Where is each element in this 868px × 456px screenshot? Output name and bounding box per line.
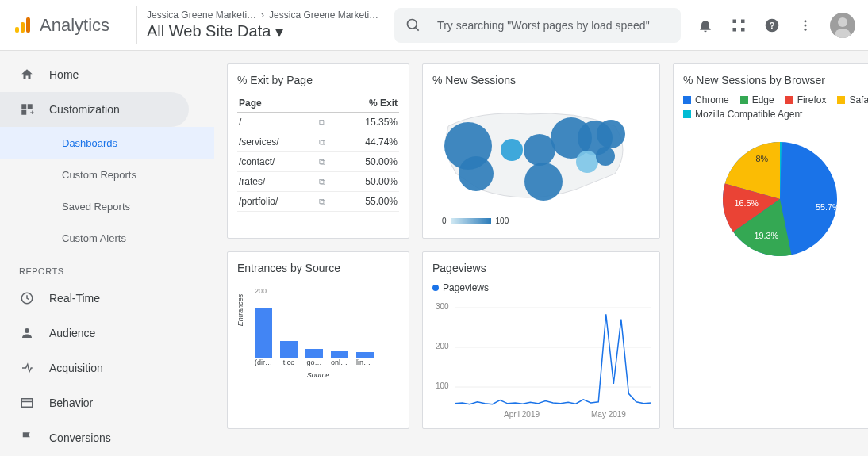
- sidebar-item-behavior[interactable]: Behavior: [0, 385, 214, 420]
- more-vert-icon[interactable]: [797, 17, 814, 34]
- view-name: All Web Site Data: [147, 22, 271, 40]
- table-row[interactable]: /services/⧉44.74%: [237, 132, 399, 152]
- logo-area[interactable]: Analytics: [13, 15, 136, 36]
- sidebar-item-label: Home: [49, 68, 79, 81]
- col-exit: % Exit: [333, 94, 399, 113]
- browser-legend: ChromeEdgeFirefoxSafariMozilla Compatibl…: [683, 94, 868, 120]
- table-row[interactable]: /portfolio/⧉55.00%: [237, 192, 399, 212]
- sidebar-item-customization[interactable]: + Customization: [0, 92, 189, 127]
- search-bar[interactable]: Try searching "Worst pages by load speed…: [394, 8, 681, 43]
- breadcrumb: Jessica Greene Marketi… › Jessica Greene…: [147, 10, 378, 21]
- view-selector[interactable]: All Web Site Data ▾: [147, 22, 378, 41]
- legend-item: Edge: [740, 94, 774, 105]
- svg-rect-19: [21, 110, 26, 115]
- svg-text:19.3%: 19.3%: [755, 231, 779, 240]
- card-exit-by-page: % Exit by Page Page % Exit /⧉15.35%/serv…: [227, 63, 409, 239]
- legend-item: Chrome: [683, 94, 729, 105]
- notifications-icon[interactable]: [697, 17, 714, 34]
- home-icon: [19, 67, 35, 82]
- geo-scale: 0 100: [432, 213, 650, 228]
- svg-rect-0: [15, 27, 19, 33]
- svg-point-3: [408, 19, 417, 29]
- bar: [331, 351, 348, 358]
- svg-point-15: [838, 17, 847, 27]
- flag-icon: [19, 430, 35, 446]
- line-chart: 300 200 100 April 2019 May 2019: [432, 300, 651, 419]
- table-row[interactable]: /⧉15.35%: [237, 113, 399, 132]
- exit-table: Page % Exit /⧉15.35%/services/⧉44.74%/co…: [237, 94, 399, 212]
- x-axis-label: Source: [237, 371, 399, 379]
- svg-text:+: +: [30, 109, 34, 117]
- breadcrumb-area[interactable]: Jessica Greene Marketi… › Jessica Greene…: [136, 6, 378, 44]
- card-title: Entrances by Source: [237, 262, 399, 274]
- svg-point-34: [596, 147, 615, 166]
- analytics-logo-icon: [13, 16, 32, 35]
- geo-bubble-map: [432, 94, 647, 213]
- sidebar-item-home[interactable]: Home: [0, 57, 214, 92]
- caret-down-icon: ▾: [275, 22, 283, 41]
- dashboard-content: % Exit by Page Page % Exit /⧉15.35%/serv…: [214, 51, 868, 456]
- svg-rect-2: [26, 17, 30, 33]
- breadcrumb-account: Jessica Greene Marketi…: [147, 10, 256, 21]
- open-external-icon[interactable]: ⧉: [317, 172, 333, 192]
- svg-point-28: [524, 134, 555, 166]
- open-external-icon[interactable]: ⧉: [317, 152, 333, 172]
- svg-text:55.7%: 55.7%: [816, 202, 840, 212]
- behavior-icon: [19, 395, 35, 411]
- svg-text:300: 300: [436, 302, 449, 311]
- acquisition-icon: [19, 360, 35, 376]
- search-placeholder: Try searching "Worst pages by load speed…: [437, 19, 650, 32]
- open-external-icon[interactable]: ⧉: [317, 113, 333, 132]
- breadcrumb-property: Jessica Greene Marketi…: [269, 10, 378, 21]
- chevron-right-icon: ›: [261, 10, 264, 21]
- svg-text:April 2019: April 2019: [504, 410, 540, 419]
- sidebar-sub-dashboards[interactable]: Dashboards: [0, 127, 214, 159]
- svg-point-22: [25, 328, 29, 333]
- col-page: Page: [237, 94, 317, 113]
- svg-text:8%: 8%: [755, 154, 768, 163]
- card-pageviews: Pageviews Pageviews 300 200 100 April 20…: [422, 251, 660, 429]
- logo-text: Analytics: [40, 15, 109, 36]
- legend-item: Firefox: [785, 94, 827, 105]
- svg-point-11: [805, 20, 807, 22]
- card-title: % Exit by Page: [237, 74, 399, 86]
- table-row[interactable]: /rates/⧉50.00%: [237, 172, 399, 192]
- avatar[interactable]: [830, 13, 855, 38]
- svg-rect-8: [741, 28, 745, 32]
- sidebar-sub-custom-alerts[interactable]: Custom Alerts: [0, 222, 214, 254]
- customization-icon: +: [19, 102, 35, 117]
- topbar-actions: ?: [697, 13, 855, 38]
- apps-icon[interactable]: [730, 17, 747, 34]
- sidebar-item-realtime[interactable]: Real-Time: [0, 281, 214, 316]
- sidebar-item-label: Real-Time: [49, 292, 100, 305]
- svg-text:?: ?: [769, 20, 774, 30]
- bar: [356, 352, 374, 358]
- svg-point-26: [459, 156, 494, 191]
- svg-point-27: [501, 139, 523, 161]
- person-icon: [19, 325, 35, 341]
- legend-item: Mozilla Compatible Agent: [683, 109, 802, 120]
- svg-rect-6: [741, 19, 745, 23]
- sidebar-sub-saved-reports[interactable]: Saved Reports: [0, 190, 214, 222]
- svg-text:200: 200: [436, 342, 449, 351]
- open-external-icon[interactable]: ⧉: [317, 192, 333, 212]
- help-icon[interactable]: ?: [763, 17, 781, 34]
- top-bar: Analytics Jessica Greene Marketi… › Jess…: [0, 0, 868, 51]
- bar: [280, 341, 298, 358]
- svg-point-12: [805, 24, 807, 26]
- sidebar-item-audience[interactable]: Audience: [0, 316, 214, 351]
- card-title: Pageviews: [432, 262, 650, 274]
- pageviews-legend: Pageviews: [432, 282, 650, 293]
- svg-line-4: [416, 27, 419, 30]
- svg-rect-23: [21, 399, 33, 408]
- open-external-icon[interactable]: ⧉: [317, 132, 333, 152]
- card-title: % New Sessions by Browser: [683, 74, 868, 86]
- sidebar-item-conversions[interactable]: Conversions: [0, 420, 214, 455]
- sidebar-item-label: Acquisition: [49, 362, 103, 374]
- sidebar-item-acquisition[interactable]: Acquisition: [0, 351, 214, 385]
- sidebar-sub-custom-reports[interactable]: Custom Reports: [0, 159, 214, 190]
- svg-point-29: [524, 163, 563, 201]
- table-row[interactable]: /contact/⧉50.00%: [237, 152, 399, 172]
- svg-text:May 2019: May 2019: [591, 410, 626, 419]
- clock-icon: [19, 290, 35, 306]
